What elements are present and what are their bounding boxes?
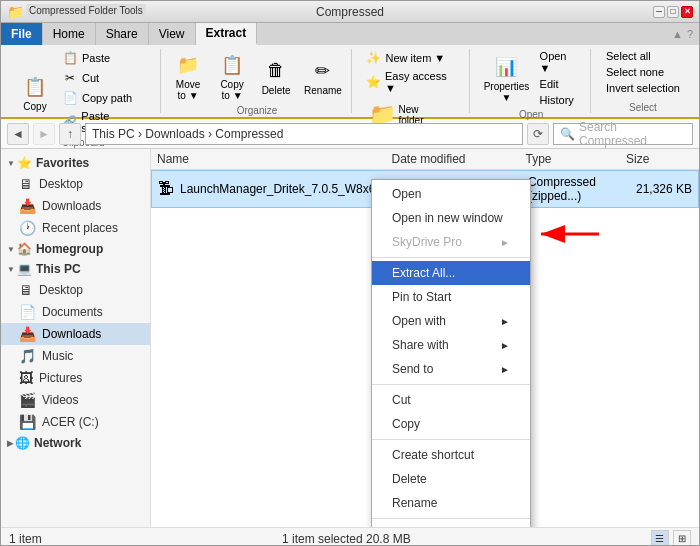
sidebar-item-pictures[interactable]: 🖼 Pictures (1, 367, 150, 389)
header-name[interactable]: Name (157, 152, 392, 166)
select-all-button[interactable]: Select all (603, 49, 654, 63)
invert-selection-button[interactable]: Invert selection (603, 81, 683, 95)
edit-label: Edit (540, 78, 559, 90)
ctx-share-with[interactable]: Share with ► (372, 333, 530, 357)
sidebar-item-desktop[interactable]: 🖥 Desktop (1, 173, 150, 195)
cut-button[interactable]: ✂ Cut (59, 69, 152, 87)
header-type[interactable]: Type (526, 152, 627, 166)
ctx-send-to[interactable]: Send to ► (372, 357, 530, 381)
ribbon-help[interactable]: ? (687, 28, 693, 40)
easy-access-icon: ⭐ (365, 74, 381, 90)
ctx-pin-start-label: Pin to Start (392, 290, 451, 304)
search-box[interactable]: 🔍 Search Compressed (553, 123, 693, 145)
red-arrow-annotation (529, 219, 609, 252)
delete-button[interactable]: 🗑 Delete (256, 55, 296, 98)
sidebar-item-documents[interactable]: 📄 Documents (1, 301, 150, 323)
new-item-label: New item ▼ (385, 52, 445, 64)
thispc-chevron: ▼ (7, 265, 15, 274)
move-to-button[interactable]: 📁 Moveto ▼ (168, 49, 208, 103)
new-item-button[interactable]: ✨ New item ▼ (362, 49, 448, 67)
ctx-sep-2 (372, 384, 530, 385)
ribbon-collapse[interactable]: ▲ (672, 28, 683, 40)
copy-path-label: Copy path (82, 92, 132, 104)
sidebar-item-downloads[interactable]: 📥 Downloads (1, 323, 150, 345)
refresh-button[interactable]: ⟳ (527, 123, 549, 145)
ctx-cut-label: Cut (392, 393, 411, 407)
paste-button[interactable]: 📋 Paste (59, 49, 152, 67)
sidebar-item-downloads-fav[interactable]: 📥 Downloads (1, 195, 150, 217)
tab-share[interactable]: Share (96, 23, 149, 45)
sidebar-item-recent[interactable]: 🕐 Recent places (1, 217, 150, 239)
ribbon-group-new: ✨ New item ▼ ⭐ Easy access ▼ 📁 Newfolder… (354, 49, 470, 113)
ctx-sep-4 (372, 518, 530, 519)
open-label: Open ▼ (540, 50, 579, 74)
ribbon-group-organize: 📁 Moveto ▼ 📋 Copyto ▼ 🗑 Delete ✏ Rename … (163, 49, 353, 113)
ctx-create-shortcut[interactable]: Create shortcut (372, 443, 530, 467)
sidebar-network-header[interactable]: ▶ 🌐 Network (1, 433, 150, 453)
network-icon: 🌐 (15, 436, 30, 450)
up-button[interactable]: ↑ (59, 123, 81, 145)
copy-path-button[interactable]: 📄 Copy path (59, 89, 152, 107)
tab-view[interactable]: View (149, 23, 196, 45)
ctx-rename-label: Rename (392, 496, 437, 510)
header-size[interactable]: Size (626, 152, 693, 166)
ctx-open[interactable]: Open (372, 182, 530, 206)
search-placeholder: Search Compressed (579, 120, 686, 148)
back-button[interactable]: ◄ (7, 123, 29, 145)
ctx-open-with[interactable]: Open with ► (372, 309, 530, 333)
select-none-label: Select none (606, 66, 664, 78)
tab-extract[interactable]: Extract (196, 23, 258, 45)
sidebar-item-videos[interactable]: 🎬 Videos (1, 389, 150, 411)
delete-label: Delete (262, 85, 291, 96)
file-zip-icon: 🗜 (158, 180, 174, 198)
paste-icon: 📋 (62, 50, 78, 66)
easy-access-button[interactable]: ⭐ Easy access ▼ (362, 69, 461, 95)
homegroup-label: Homegroup (36, 242, 103, 256)
rename-button[interactable]: ✏ Rename (300, 55, 346, 98)
close-button[interactable]: ✕ (681, 6, 693, 18)
tab-home[interactable]: Home (43, 23, 96, 45)
sidebar-item-acer[interactable]: 💾 ACER (C:) (1, 411, 150, 433)
sidebar-thispc-header[interactable]: ▼ 💻 This PC (1, 259, 150, 279)
properties-button[interactable]: 📊 Properties▼ (480, 51, 532, 105)
file-list-header: Name Date modified Type Size (151, 149, 699, 170)
desktop2-icon: 🖥 (19, 282, 33, 298)
history-label: History (540, 94, 574, 106)
minimize-button[interactable]: ─ (653, 6, 665, 18)
tab-file[interactable]: File (1, 23, 43, 45)
ctx-cut[interactable]: Cut (372, 388, 530, 412)
ctx-open-new-window-label: Open in new window (392, 211, 503, 225)
open-label: Open (519, 109, 543, 120)
copy-to-button[interactable]: 📋 Copyto ▼ (212, 49, 252, 103)
sidebar-item-desktop2[interactable]: 🖥 Desktop (1, 279, 150, 301)
sidebar-favorites-header[interactable]: ▼ ⭐ Favorites (1, 153, 150, 173)
maximize-button[interactable]: □ (667, 6, 679, 18)
edit-button[interactable]: Edit (537, 77, 582, 91)
sidebar-homegroup-header[interactable]: ▼ 🏠 Homegroup (1, 239, 150, 259)
copy-large-button[interactable]: 📋 Copy (15, 71, 55, 114)
ctx-rename[interactable]: Rename (372, 491, 530, 515)
ctx-properties[interactable]: Properties (372, 522, 530, 527)
sidebar-item-music[interactable]: 🎵 Music (1, 345, 150, 367)
open-button[interactable]: Open ▼ (537, 49, 582, 75)
address-path[interactable]: This PC › Downloads › Compressed (85, 123, 523, 145)
forward-button[interactable]: ► (33, 123, 55, 145)
ctx-pin-start[interactable]: Pin to Start (372, 285, 530, 309)
ctx-extract-all[interactable]: Extract All... (372, 261, 530, 285)
view-detail-button[interactable]: ☰ (651, 530, 669, 547)
ctx-copy[interactable]: Copy (372, 412, 530, 436)
ribbon-group-select: Select all Select none Invert selection … (593, 49, 693, 113)
path-text: This PC › Downloads › Compressed (92, 127, 283, 141)
thispc-icon: 💻 (17, 262, 32, 276)
documents-label: Documents (42, 305, 103, 319)
select-none-button[interactable]: Select none (603, 65, 667, 79)
recent-label: Recent places (42, 221, 118, 235)
history-button[interactable]: History (537, 93, 582, 107)
move-to-icon: 📁 (174, 51, 202, 79)
view-large-button[interactable]: ⊞ (673, 530, 691, 547)
ctx-open-new-window[interactable]: Open in new window (372, 206, 530, 230)
desktop2-label: Desktop (39, 283, 83, 297)
header-date[interactable]: Date modified (392, 152, 526, 166)
address-bar: ◄ ► ↑ This PC › Downloads › Compressed ⟳… (1, 119, 699, 149)
ctx-delete[interactable]: Delete (372, 467, 530, 491)
